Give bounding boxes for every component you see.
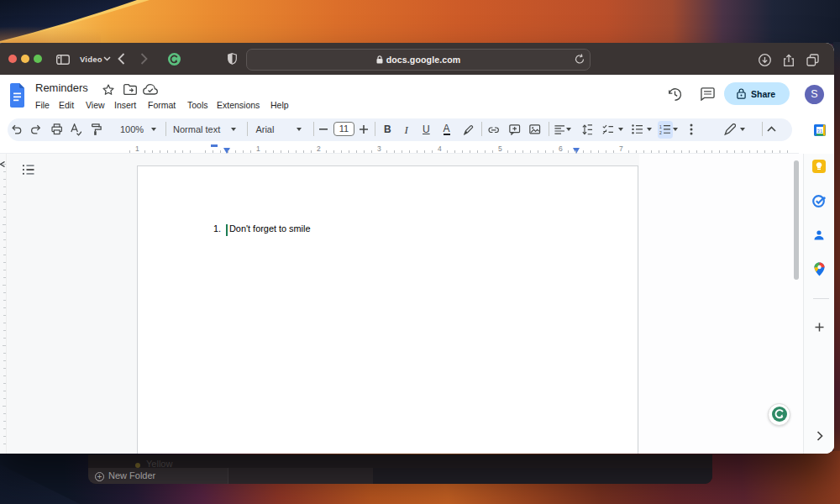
svg-text:1: 1 xyxy=(659,124,662,129)
svg-text:31: 31 xyxy=(817,129,823,134)
svg-text:2: 2 xyxy=(659,130,662,134)
